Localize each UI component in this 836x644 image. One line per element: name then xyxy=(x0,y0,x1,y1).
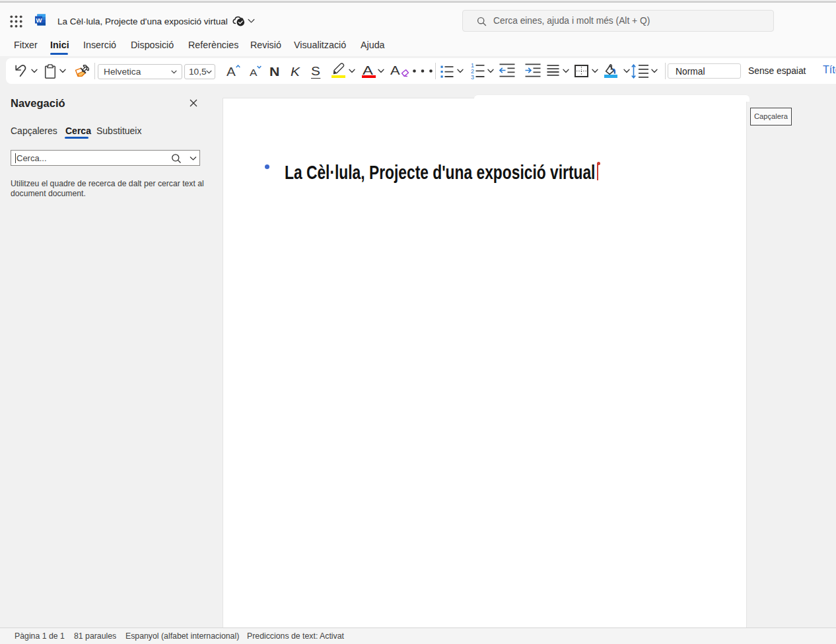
svg-text:3: 3 xyxy=(471,74,474,79)
svg-text:W: W xyxy=(36,17,42,24)
